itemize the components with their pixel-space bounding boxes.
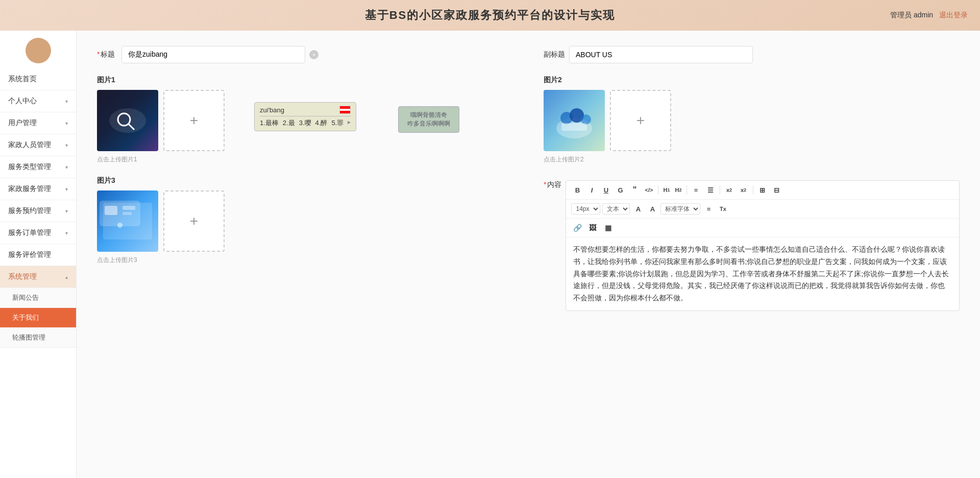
sidebar-item-evaluation[interactable]: 服务评价管理 <box>0 244 76 266</box>
ime-candidate-1[interactable]: 1.最棒 <box>260 118 279 128</box>
font-family-select[interactable]: 标准字体 <box>660 203 700 214</box>
subscript-button[interactable]: x2 <box>723 184 736 196</box>
image3-col: 图片3 + 点击上传图片3 <box>97 176 513 265</box>
clear-format-button[interactable]: Tx <box>717 203 729 215</box>
app-header: 基于BS的小区家政服务预约平台的设计与实现 管理员 admin 退出登录 <box>0 0 980 31</box>
ime-input-text: zui'bang <box>260 106 284 114</box>
title-input[interactable] <box>121 46 305 63</box>
ime-input-row: zui'bang <box>260 106 351 116</box>
sidebar-item-orders[interactable]: 服务订单管理 ▾ <box>0 222 76 244</box>
required-star: * <box>97 50 100 58</box>
chevron-down-icon: ▾ <box>65 230 68 236</box>
subtitle-label: 副标题 <box>544 50 565 59</box>
chevron-down-icon: ▾ <box>65 164 68 170</box>
image2-col: 图片2 + 点击上传图片2 <box>544 76 960 164</box>
align-left-button[interactable]: ≡ <box>702 203 715 215</box>
highlight-button[interactable]: A <box>646 203 658 215</box>
toolbar-separator <box>658 185 658 195</box>
editor-toolbar-row2: 14px 12px 16px 18px 文本 A A <box>566 200 959 219</box>
h2-button[interactable]: H2 <box>674 184 683 196</box>
required-star-content: * <box>544 180 546 188</box>
image1-add-button[interactable]: + <box>163 90 225 151</box>
image2-upload-area: + <box>544 90 960 151</box>
ime-nav-icon[interactable]: ▸ <box>348 118 351 128</box>
images-row-1: 图片1 + 点击上传图片1 图片2 <box>97 76 960 164</box>
image3-add-button[interactable]: + <box>163 190 225 252</box>
chevron-down-icon: ▾ <box>65 121 68 126</box>
indent-button[interactable]: ⊞ <box>756 184 769 196</box>
text-type-select[interactable]: 文本 <box>602 203 630 214</box>
image1-hint: 点击上传图片1 <box>97 155 513 164</box>
sidebar-item-user-manage[interactable]: 用户管理 ▾ <box>0 112 76 134</box>
editor-content[interactable]: 不管你想要怎样的生活，你都要去努力争取，不多尝试一些事情怎么知道自己适合什么、不… <box>566 237 959 310</box>
list-unordered-button[interactable]: ☰ <box>704 184 717 196</box>
editor-toolbar-row3: 🔗 🖼 ▦ <box>566 219 959 237</box>
image3-thumbnail <box>97 190 158 252</box>
chevron-up-icon: ▴ <box>65 274 68 280</box>
font-size-select[interactable]: 14px 12px 16px 18px <box>571 203 600 214</box>
ime-candidates[interactable]: 1.最棒 2.最 3.嘤 4.醉 5.罪 ▸ <box>260 118 351 128</box>
sidebar-label-service-manage: 家政服务管理 <box>8 184 51 194</box>
ime-candidate-4[interactable]: 4.醉 <box>315 118 328 128</box>
sidebar-label-orders: 服务订单管理 <box>8 228 51 237</box>
title-row: *标题 × 副标题 <box>97 46 960 63</box>
ime-candidate-5[interactable]: 5.罪 <box>331 118 344 128</box>
main-content: *标题 × 副标题 图片1 <box>77 31 980 478</box>
underline-button[interactable]: U <box>600 184 612 196</box>
rich-text-editor[interactable]: B I U G " </> H1 H2 ≡ <box>566 176 960 311</box>
avatar <box>26 38 51 63</box>
sidebar-sub-item-carousel[interactable]: 轮播图管理 <box>0 328 76 348</box>
sidebar-label-evaluation: 服务评价管理 <box>8 250 51 259</box>
logout-button[interactable]: 退出登录 <box>939 11 968 19</box>
table-button[interactable]: ▦ <box>602 222 614 234</box>
bold-button[interactable]: B <box>571 184 583 196</box>
main-layout: 系统首页 个人中心 ▾ 用户管理 ▾ 家政人员管理 ▾ 服务类型管理 ▾ 家政服… <box>0 31 980 478</box>
sidebar-label-home: 系统首页 <box>8 75 37 84</box>
image2-label-row: 图片2 <box>544 76 960 85</box>
italic-button[interactable]: I <box>585 184 598 196</box>
image1-label-row: 图片1 <box>97 76 513 85</box>
sidebar-item-staff-manage[interactable]: 家政人员管理 ▾ <box>0 134 76 156</box>
ime-candidate-2[interactable]: 2.最 <box>283 118 295 128</box>
image1-label: 图片1 <box>97 76 115 85</box>
sidebar: 系统首页 个人中心 ▾ 用户管理 ▾ 家政人员管理 ▾ 服务类型管理 ▾ 家政服… <box>0 31 77 478</box>
image2-hint: 点击上传图片2 <box>544 155 960 164</box>
sidebar-item-system[interactable]: 系统管理 ▴ <box>0 266 76 288</box>
subtitle-input[interactable] <box>569 46 753 63</box>
font-color-button[interactable]: A <box>632 203 644 215</box>
code-button[interactable]: </> <box>643 184 655 196</box>
editor-container: B I U G " </> H1 H2 ≡ <box>566 180 960 311</box>
clear-icon[interactable]: × <box>309 50 318 59</box>
ime-candidate-3[interactable]: 3.嘤 <box>299 118 311 128</box>
svg-rect-6 <box>561 123 587 131</box>
image-button[interactable]: 🖼 <box>586 222 599 234</box>
quote-button[interactable]: " <box>628 184 641 196</box>
editor-toolbar: B I U G " </> H1 H2 ≡ <box>566 181 959 200</box>
h1-button[interactable]: H1 <box>662 184 671 196</box>
sidebar-label-system: 系统管理 <box>8 272 37 281</box>
svg-rect-7 <box>100 201 140 226</box>
content-col: *内容 B I U G " </> H1 <box>544 176 960 311</box>
sidebar-item-service-type[interactable]: 服务类型管理 ▾ <box>0 156 76 178</box>
sidebar-sub-item-about[interactable]: 关于我们 <box>0 308 76 328</box>
strikethrough-button[interactable]: G <box>614 184 626 196</box>
sidebar-item-personal[interactable]: 个人中心 ▾ <box>0 90 76 112</box>
svg-point-11 <box>117 223 122 228</box>
image2-add-button[interactable]: + <box>610 90 671 151</box>
sidebar-label-service-type: 服务类型管理 <box>8 162 51 172</box>
outdent-button[interactable]: ⊟ <box>771 184 783 196</box>
sidebar-item-reservation[interactable]: 服务预约管理 ▾ <box>0 200 76 222</box>
toolbar-separator-4 <box>753 185 753 195</box>
list-ordered-button[interactable]: ≡ <box>690 184 702 196</box>
sidebar-sub-item-news[interactable]: 新闻公告 <box>0 288 76 308</box>
sidebar-item-home[interactable]: 系统首页 <box>0 68 76 90</box>
sidebar-label-user-manage: 用户管理 <box>8 118 37 128</box>
image3-label-row: 图片3 <box>97 176 513 185</box>
sidebar-label-personal: 个人中心 <box>8 97 37 106</box>
link-button[interactable]: 🔗 <box>571 222 583 234</box>
chevron-down-icon: ▾ <box>65 142 68 148</box>
sidebar-item-service-manage[interactable]: 家政服务管理 ▾ <box>0 178 76 200</box>
superscript-button[interactable]: x2 <box>738 184 750 196</box>
image3-upload-area: + <box>97 190 513 252</box>
svg-rect-9 <box>122 206 135 210</box>
